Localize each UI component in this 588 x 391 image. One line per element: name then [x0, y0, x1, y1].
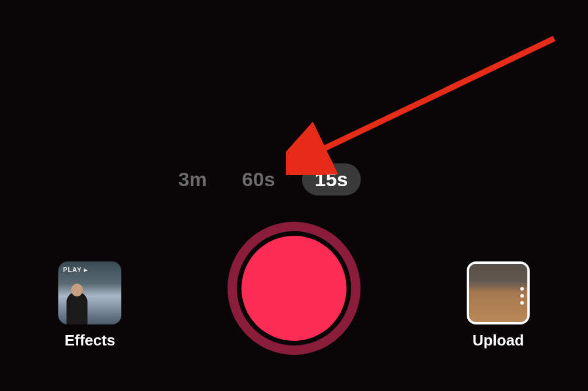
annotation-arrow-icon	[286, 29, 566, 175]
effects-person-icon	[66, 292, 88, 324]
effects-label: Effects	[65, 331, 116, 350]
svg-line-1	[315, 39, 554, 153]
upload-dots-icon	[520, 287, 524, 305]
duration-option-3m[interactable]: 3m	[170, 165, 215, 194]
upload-button[interactable]: Upload	[467, 261, 530, 350]
effects-button[interactable]: PLAY ▸ Effects	[58, 261, 121, 350]
effects-thumbnail: PLAY ▸	[58, 261, 121, 324]
record-inner-icon	[242, 236, 346, 341]
effects-play-badge: PLAY ▸	[63, 266, 88, 274]
duration-option-60s[interactable]: 60s	[234, 165, 284, 194]
duration-option-15s[interactable]: 15s	[302, 163, 361, 196]
upload-label: Upload	[473, 331, 524, 350]
upload-thumbnail	[467, 261, 530, 324]
record-button[interactable]	[228, 222, 360, 355]
duration-picker: 3m 60s 15s	[170, 163, 361, 196]
